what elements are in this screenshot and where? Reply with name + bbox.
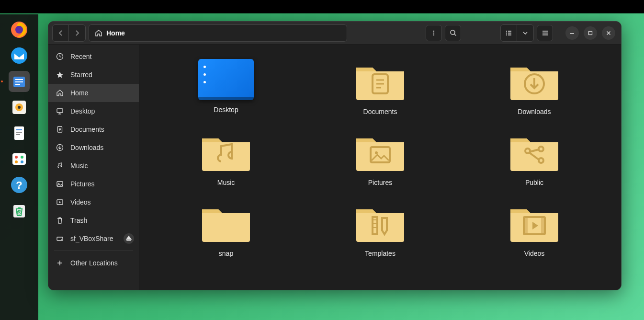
- svg-rect-47: [524, 217, 528, 234]
- view-options-button[interactable]: [517, 25, 533, 41]
- sidebar-item-label: Desktop: [70, 107, 95, 115]
- content-area[interactable]: Desktop Documents Downloads Music Pictur…: [139, 45, 621, 290]
- folder-icon: [352, 59, 408, 102]
- download-icon: [56, 144, 64, 151]
- eject-button[interactable]: [124, 233, 134, 244]
- folder-documents[interactable]: Documents: [313, 59, 448, 115]
- sidebar-item-documents[interactable]: Documents: [48, 120, 139, 138]
- view-switcher: [500, 24, 534, 42]
- picture-icon: [56, 180, 64, 188]
- sidebar-item-label: Home: [70, 89, 88, 97]
- list-view-button[interactable]: [501, 25, 517, 41]
- folder-icon: [507, 59, 562, 102]
- svg-point-9: [18, 106, 21, 109]
- dock-text-editor[interactable]: [9, 123, 30, 144]
- desktop-icon: [56, 107, 64, 115]
- folder-snap[interactable]: snap: [158, 201, 294, 257]
- folder-label: Desktop: [214, 106, 238, 114]
- folder-grid: Desktop Documents Downloads Music Pictur…: [158, 59, 602, 257]
- svg-rect-34: [542, 33, 548, 34]
- svg-text:?: ?: [16, 179, 22, 191]
- svg-point-15: [15, 156, 18, 159]
- sidebar-item-home[interactable]: Home: [48, 84, 139, 102]
- kebab-menu-button[interactable]: [426, 25, 442, 41]
- close-button[interactable]: [602, 26, 615, 40]
- trash-icon: [56, 217, 64, 224]
- svg-rect-32: [508, 34, 511, 35]
- folder-label: Downloads: [518, 108, 551, 115]
- svg-point-1: [15, 26, 23, 34]
- path-bar[interactable]: Home: [89, 24, 347, 42]
- video-icon: [56, 198, 64, 206]
- titlebar: Home: [48, 22, 621, 45]
- svg-rect-11: [16, 129, 22, 130]
- folder-public[interactable]: Public: [467, 130, 602, 186]
- sidebar-item-sf_vboxshare[interactable]: sf_VBoxShare: [48, 229, 139, 248]
- svg-point-2: [11, 47, 27, 64]
- folder-videos[interactable]: Videos: [467, 201, 602, 257]
- folder-label: Public: [525, 179, 543, 186]
- dock-firefox[interactable]: [9, 19, 30, 40]
- svg-rect-27: [506, 31, 507, 32]
- folder-label: snap: [219, 250, 233, 257]
- sidebar-item-trash[interactable]: Trash: [48, 211, 139, 229]
- home-icon: [56, 89, 64, 97]
- svg-rect-28: [508, 31, 511, 32]
- sidebar-other-locations[interactable]: Other Locations: [48, 254, 139, 272]
- dock: ?: [0, 14, 38, 320]
- dock-trash[interactable]: [9, 200, 30, 221]
- folder-icon: [198, 201, 254, 244]
- minimize-button[interactable]: [565, 26, 579, 40]
- maximize-button[interactable]: [584, 26, 597, 40]
- dock-rhythmbox[interactable]: [9, 97, 30, 118]
- sidebar-item-recent[interactable]: Recent: [48, 47, 139, 66]
- dock-help[interactable]: ?: [9, 174, 30, 195]
- sidebar-item-label: Music: [70, 162, 88, 170]
- sidebar-item-label: Starred: [70, 71, 92, 79]
- forward-button[interactable]: [69, 25, 85, 41]
- svg-rect-37: [589, 31, 592, 34]
- document-icon: [56, 126, 64, 133]
- sidebar-item-downloads[interactable]: Downloads: [48, 138, 139, 157]
- svg-rect-29: [506, 33, 507, 34]
- svg-rect-35: [542, 34, 548, 35]
- drive-icon: [56, 235, 64, 242]
- dock-files[interactable]: [9, 71, 30, 92]
- folder-downloads[interactable]: Downloads: [467, 59, 602, 115]
- svg-rect-5: [15, 81, 23, 82]
- folder-label: Documents: [363, 108, 397, 115]
- clock-icon: [56, 53, 64, 60]
- folder-icon: [352, 130, 408, 173]
- folder-templates[interactable]: Templates: [313, 201, 448, 257]
- folder-label: Music: [217, 179, 235, 186]
- svg-rect-33: [542, 31, 548, 32]
- sidebar-item-pictures[interactable]: Pictures: [48, 175, 139, 193]
- folder-icon: [198, 130, 254, 173]
- dock-software[interactable]: [9, 149, 30, 170]
- desktop-folder-icon: [198, 59, 254, 100]
- folder-pictures[interactable]: Pictures: [313, 130, 448, 186]
- sidebar-item-label: Other Locations: [70, 259, 118, 267]
- folder-label: Videos: [524, 250, 545, 257]
- folder-desktop[interactable]: Desktop: [158, 59, 294, 115]
- svg-point-26: [451, 30, 455, 34]
- sidebar-item-label: Recent: [70, 53, 91, 60]
- svg-rect-10: [14, 126, 24, 140]
- dock-thunderbird[interactable]: [9, 45, 30, 66]
- folder-music[interactable]: Music: [158, 130, 294, 186]
- svg-rect-31: [506, 34, 507, 35]
- hamburger-menu-button[interactable]: [537, 25, 553, 41]
- back-button[interactable]: [53, 25, 69, 41]
- svg-point-24: [433, 32, 434, 33]
- home-icon: [95, 29, 102, 37]
- sidebar-item-starred[interactable]: Starred: [48, 66, 139, 84]
- sidebar-item-label: Downloads: [70, 144, 103, 151]
- svg-point-16: [21, 156, 23, 159]
- star-icon: [56, 71, 64, 79]
- sidebar-item-music[interactable]: Music: [48, 157, 139, 175]
- sidebar-item-videos[interactable]: Videos: [48, 193, 139, 211]
- svg-rect-30: [508, 33, 511, 34]
- folder-icon: [352, 201, 408, 244]
- sidebar-item-desktop[interactable]: Desktop: [48, 102, 139, 120]
- search-button[interactable]: [445, 25, 461, 41]
